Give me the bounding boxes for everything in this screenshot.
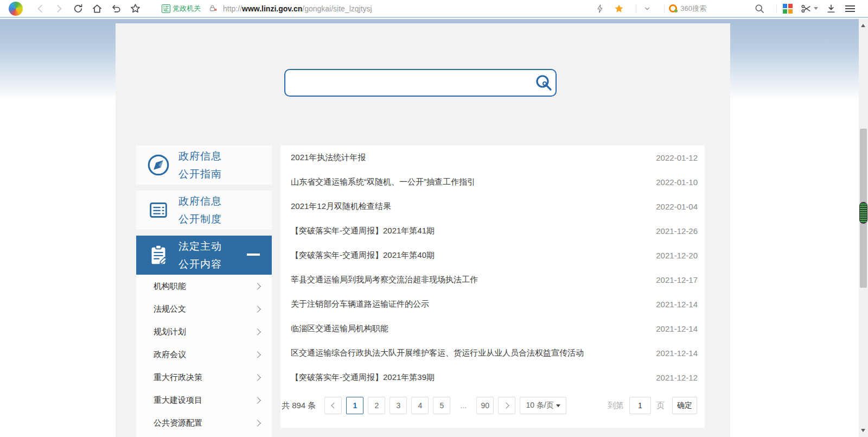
toolbar-divider [664, 4, 665, 13]
list-item[interactable]: 【突破落实年-交通周报】2021年第39期2021-12-12 [280, 365, 705, 390]
vertical-scrollbar[interactable] [859, 19, 868, 437]
article-title[interactable]: 关于注销部分车辆道路运输证件的公示 [291, 299, 429, 309]
page-button-2[interactable]: 2 [368, 397, 385, 414]
find-icon[interactable] [753, 2, 766, 15]
chevron-left-icon [331, 402, 337, 408]
article-title[interactable]: 2021年12月双随机检查结果 [291, 201, 391, 212]
sidebar-group-label: 法定主动 公开内容 [178, 237, 222, 273]
goto-prefix-label: 到第 [608, 401, 624, 411]
article-date: 2022-01-10 [656, 178, 698, 187]
list-item[interactable]: 【突破落实年-交通周报】2021年第41期2021-12-26 [280, 219, 705, 243]
search-engine-label: 360搜索 [680, 4, 706, 14]
pagination: 共 894 条 1 2 3 4 5 ... 90 10 条/页 到第 页 确定 [280, 397, 705, 414]
list-item[interactable]: 莘县交通运输局到我局考察交流治超非现场执法工作2021-12-17 [280, 268, 705, 292]
chevron-right-icon [254, 283, 261, 290]
url-path: /gongkai/site_lzqjtysj [302, 4, 372, 13]
insecure-lock-icon[interactable] [206, 2, 219, 15]
page-button-1[interactable]: 1 [346, 397, 363, 414]
flash-icon[interactable] [593, 2, 607, 15]
article-title[interactable]: 区交通运输综合行政执法大队开展维护客运、货运行业从业人员合法权益宣传活动 [291, 348, 584, 358]
compass-icon [146, 153, 171, 178]
sidebar-item-agency-functions[interactable]: 机构职能 [136, 275, 272, 297]
article-title[interactable]: 【突破落实年-交通周报】2021年第40期 [291, 250, 435, 261]
scroll-up-icon[interactable] [861, 24, 865, 27]
active-dash-icon [247, 254, 260, 256]
scroll-down-icon[interactable] [861, 429, 865, 432]
refresh-icon[interactable] [72, 2, 85, 15]
toolbar-divider [636, 4, 636, 13]
undo-icon[interactable] [110, 2, 123, 15]
chevron-right-icon [254, 374, 261, 381]
site-search-box [284, 69, 557, 97]
article-date: 2021-12-20 [656, 251, 698, 260]
article-title[interactable]: 2021年执法统计年报 [291, 153, 366, 163]
list-item[interactable]: 关于注销部分车辆道路运输证件的公示2021-12-14 [280, 292, 705, 316]
article-date: 2021-12-26 [656, 226, 698, 236]
chevron-right-icon [254, 306, 261, 313]
cert-icon: 证 [162, 4, 170, 13]
sidebar-item-gov-meetings[interactable]: 政府会议 [136, 343, 272, 366]
article-title[interactable]: 莘县交通运输局到我局考察交流治超非现场执法工作 [291, 275, 478, 285]
article-title[interactable]: 山东省交通运输系统“双随机、一公开”抽查工作指引 [291, 177, 475, 187]
sidebar-item-gov-info-system[interactable]: 政府信息 公开制度 [136, 191, 272, 230]
sidebar-item-statutory-disclosure[interactable]: 法定主动 公开内容 [136, 236, 272, 275]
list-item[interactable]: 临淄区交通运输局机构职能2021-12-14 [280, 316, 705, 341]
address-url[interactable]: http://www.linzi.gov.cn/gongkai/site_lzq… [223, 4, 372, 13]
list-item[interactable]: 2021年12月双随机检查结果2022-01-04 [280, 194, 705, 219]
forward-icon[interactable] [53, 2, 66, 15]
page-button-5[interactable]: 5 [433, 397, 450, 414]
bookmark-star-icon[interactable] [129, 2, 142, 15]
url-host: www.linzi.gov.cn [242, 4, 302, 13]
article-title[interactable]: 【突破落实年-交通周报】2021年第41期 [291, 226, 435, 236]
article-title[interactable]: 【突破落实年-交通周报】2021年第39期 [291, 372, 435, 383]
article-date: 2022-01-12 [656, 153, 698, 162]
goto-page-input[interactable] [629, 397, 651, 414]
list-item[interactable]: 2021年执法统计年报2022-01-12 [280, 145, 705, 170]
chevron-right-icon [254, 351, 261, 358]
chevron-down-icon[interactable] [641, 2, 654, 15]
sidebar-item-public-resources[interactable]: 公共资源配置 [136, 411, 272, 434]
next-page-button[interactable] [498, 397, 515, 414]
cert-label: 党政机关 [173, 4, 201, 14]
site-search-input[interactable] [293, 72, 532, 94]
sidebar-item-major-projects[interactable]: 重大建设项目 [136, 389, 272, 411]
sidebar-item-regulations[interactable]: 法规公文 [136, 297, 272, 320]
document-lines-icon [146, 198, 171, 223]
article-date: 2021-12-12 [656, 373, 698, 382]
sidebar-item-plans[interactable]: 规划计划 [136, 320, 272, 343]
site-search-button[interactable] [532, 71, 556, 95]
back-icon[interactable] [34, 2, 47, 15]
favorite-star-icon[interactable] [612, 2, 626, 15]
page-ellipsis: ... [455, 397, 472, 414]
article-date: 2021-12-14 [656, 300, 698, 309]
page-button-90[interactable]: 90 [476, 397, 494, 414]
menu-hamburger-icon[interactable] [844, 2, 857, 15]
list-item[interactable]: 山东省交通运输系统“双随机、一公开”抽查工作指引2022-01-10 [280, 170, 705, 194]
download-icon[interactable] [825, 2, 838, 15]
list-item[interactable]: 【突破落实年-交通周报】2021年第40期2021-12-20 [280, 243, 705, 268]
site-cert-badge[interactable]: 证 党政机关 [162, 4, 201, 14]
apps-grid-icon[interactable] [781, 2, 794, 15]
article-date: 2021-12-14 [656, 324, 698, 333]
sidebar-item-gov-info-guide[interactable]: 政府信息 公开指南 [136, 145, 272, 185]
prev-page-button[interactable] [324, 397, 342, 414]
search-engine-box[interactable]: 360搜索 [669, 4, 706, 14]
goto-page-group: 到第 页 确定 [608, 397, 697, 414]
page-button-4[interactable]: 4 [411, 397, 429, 414]
chevron-right-icon [503, 402, 509, 408]
page-button-3[interactable]: 3 [390, 397, 407, 414]
browser-logo-icon[interactable] [9, 2, 23, 16]
toolbar-divider [776, 4, 777, 13]
screenshot-scissors-icon[interactable] [800, 2, 819, 15]
sidebar-item-major-decisions[interactable]: 重大行政决策 [136, 366, 272, 389]
article-title[interactable]: 临淄区交通运输局机构职能 [291, 324, 388, 334]
goto-confirm-button[interactable]: 确定 [672, 397, 697, 414]
chevron-right-icon [254, 397, 261, 404]
page-size-select[interactable]: 10 条/页 [520, 397, 566, 414]
web-page: 政府信息 公开指南 政府信息 公开制度 法定主动 公开内容 机构职能 [0, 19, 868, 437]
list-item[interactable]: 区交通运输综合行政执法大队开展维护客运、货运行业从业人员合法权益宣传活动2021… [280, 341, 705, 365]
scrollbar-grip-icon[interactable] [859, 202, 867, 224]
home-icon[interactable] [91, 2, 104, 15]
chevron-right-icon [254, 328, 261, 335]
goto-suffix-label: 页 [656, 401, 665, 411]
